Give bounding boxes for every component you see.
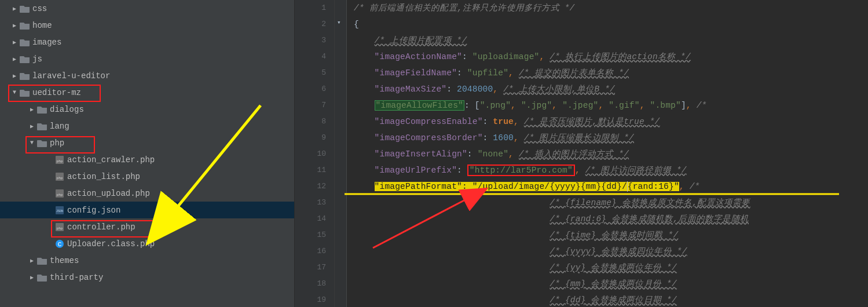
line-number: 2 [295,16,326,32]
tree-folder[interactable]: ▼php [0,134,294,151]
code-token: , [679,182,684,191]
code-token: , [539,52,544,61]
line-number: 16 [295,243,326,260]
tree-folder[interactable]: ▶js [0,50,294,67]
tree-item-label: css [32,4,47,13]
code-line: { [354,16,868,32]
tree-file[interactable]: ▶phpaction_list.php [0,168,294,185]
code-token: : [457,68,467,78]
code-line: /* 上传图片配置项 */ [354,32,868,49]
tree-item-label: ueditor-mz [32,88,81,97]
code-token: "imageAllowFiles" [375,100,464,111]
tree-item-label: action_upload.php [67,189,150,198]
chevron-right-icon[interactable]: ▶ [10,22,19,29]
code-token: , [508,68,514,78]
code-token: "imageMaxSize" [375,85,447,94]
code-token: : [483,117,493,126]
code-token: , [598,101,609,110]
php-icon: php [54,171,65,182]
tree-folder[interactable]: ▶images [0,34,294,50]
code-line: "imagePathFormat": "/upload/image/{yyyy}… [354,178,868,195]
code-token: "/upload/image/{yyyy}{mm}{dd}/ [473,182,627,191]
code-token: /* {time} 会替换成时间戳 */ [550,231,678,240]
code-token: 2048000 [457,85,493,94]
code-token: /* {mm} 会替换成两位月份 */ [550,279,677,288]
tree-item-label: lang [50,122,69,131]
tree-file[interactable]: ▶phpaction_crawler.php [0,151,294,168]
chevron-right-icon[interactable]: ▶ [10,5,19,12]
tree-item-label: third-party [50,273,103,282]
php-icon: php [54,222,65,232]
line-number: 3 [295,32,326,49]
code-line: "imageCompressEnable": true, /* 是否压缩图片,默… [354,114,868,130]
ide-workspace: ▶css▶home▶images▶js▶laravel-u-editor▼ued… [0,0,868,307]
tree-folder[interactable]: ▶third-party [0,269,294,286]
line-number: 5 [295,65,326,81]
line-number: 8 [295,114,326,130]
code-token: /* [697,101,707,110]
code-token: "uploadimage" [473,52,540,61]
code-token: ".jpg" [521,101,552,110]
code-token: /* 提交的图片表单名称 */ [519,68,629,78]
code-line: /* {time} 会替换成时间戳 */ [354,227,868,243]
line-number: 11 [295,162,326,178]
code-token: /* 前后端通信相关的配置,注释只允许使用多行方式 */ [354,3,575,13]
svg-text:C: C [58,241,62,248]
chevron-right-icon[interactable]: ▶ [10,39,19,46]
code-token: /* {rand:6} 会替换成随机数,后面的数字是随机 [550,214,749,224]
folder-icon [20,20,30,31]
php-icon: php [54,155,65,165]
chevron-down-icon[interactable]: ▼ [10,89,19,96]
tree-file[interactable]: ▶CUploader.class.php [0,235,294,252]
code-token: "upfile" [467,68,508,78]
tree-folder[interactable]: ▶lang [0,118,294,134]
code-area[interactable]: /* 前后端通信相关的配置,注释只允许使用多行方式 */{ /* 上传图片配置项… [347,0,868,307]
code-token: , [493,85,498,94]
code-line: /* {filename} 会替换成原文件名,配置这项需要 [354,195,868,211]
code-token: "http://lar5Pro.com" [467,165,575,176]
code-token: : [462,52,473,61]
svg-text:JSON: JSON [56,210,63,213]
tree-folder[interactable]: ▶themes [0,252,294,269]
php-icon: php [54,188,65,199]
line-number: 10 [295,146,326,162]
folder-icon [20,71,30,81]
chevron-right-icon[interactable]: ▶ [10,72,19,79]
folder-icon [20,54,30,64]
line-number: 17 [295,260,326,276]
code-line: "imageUrlPrefix": "http://lar5Pro.com", … [354,162,868,178]
code-line: /* {mm} 会替换成两位月份 */ [354,276,868,292]
chevron-right-icon[interactable]: ▶ [28,274,36,281]
fold-marker[interactable]: ▾ [337,19,341,26]
code-line: "imageInsertAlign": "none", /* 插入的图片浮动方式… [354,146,868,162]
svg-text:php: php [57,176,63,180]
code-token: /* 上传大小限制,单位B */ [503,85,615,94]
chevron-right-icon[interactable]: ▶ [28,257,36,264]
chevron-down-icon[interactable]: ▼ [28,140,36,146]
tree-folder[interactable]: ▶dialogs [0,101,294,118]
code-token: 1600 [493,133,514,142]
tree-folder[interactable]: ▼ueditor-mz [0,84,294,101]
tree-item-label: controller.php [67,222,135,232]
code-token: ".gif" [609,101,639,110]
code-line: "imageMaxSize": 2048000, /* 上传大小限制,单位B *… [354,81,868,97]
tree-item-label: action_crawler.php [67,155,155,165]
tree-folder[interactable]: ▶css [0,0,294,17]
line-number: 1 [295,0,326,16]
line-number: 14 [295,211,326,227]
tree-item-label: action_list.php [67,172,140,181]
chevron-right-icon[interactable]: ▶ [10,56,19,63]
tree-folder[interactable]: ▶laravel-u-editor [0,67,294,84]
code-line: /* 前后端通信相关的配置,注释只允许使用多行方式 */ [354,0,868,16]
tree-file[interactable]: ▶phpaction_upload.php [0,185,294,202]
tree-item-label: home [32,21,52,30]
folder-icon [20,3,30,14]
code-token: : [483,133,493,142]
tree-file[interactable]: ▶phpcontroller.php [0,218,294,235]
tree-file[interactable]: ▶JSONconfig.json [0,202,294,218]
chevron-right-icon[interactable]: ▶ [28,123,36,130]
chevron-right-icon[interactable]: ▶ [28,106,36,113]
tree-folder[interactable]: ▶home [0,17,294,34]
code-token: : [462,182,473,191]
code-token: , [552,101,562,110]
